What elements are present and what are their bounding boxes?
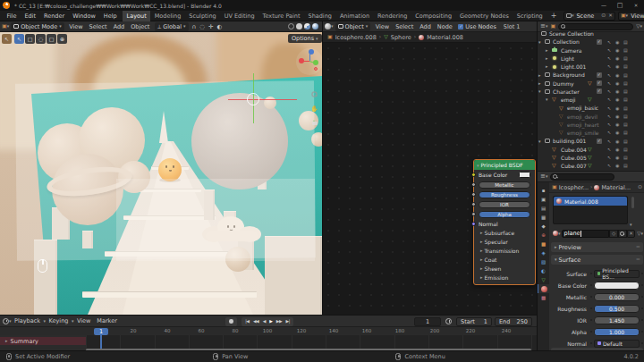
selectable-icon[interactable] — [607, 72, 611, 79]
selectable-icon[interactable] — [607, 139, 611, 145]
move-view-hand-icon[interactable]: ✋ — [310, 105, 318, 114]
hide-viewport-icon[interactable] — [615, 63, 619, 70]
node-input-normal[interactable]: Normal — [474, 219, 535, 228]
disable-render-icon[interactable] — [623, 147, 628, 153]
tab-particles[interactable]: ▨ — [538, 257, 549, 266]
prev-keyframe-button[interactable]: ◀◀ — [251, 319, 261, 324]
next-keyframe-button[interactable]: ▶▶ — [275, 319, 284, 324]
node-input-ior[interactable]: IOR — [474, 199, 535, 209]
jump-to-end-button[interactable]: ▶| — [284, 319, 292, 324]
menu-file[interactable]: File — [3, 13, 21, 20]
tab-scene[interactable]: ◆ — [538, 222, 549, 231]
outliner-row-camera[interactable]: Camera — [538, 46, 644, 55]
metallic-value-slider[interactable]: 0.000 — [594, 293, 640, 301]
select-circle-tool[interactable]: ◌ — [36, 34, 46, 44]
pin-icon[interactable] — [601, 13, 606, 19]
tab-output[interactable]: ▤ — [538, 204, 549, 213]
use-nodes-checkbox[interactable] — [458, 24, 463, 29]
active-tool-select-button[interactable]: ↖ — [2, 34, 12, 44]
node-panel-coat[interactable]: Coat — [474, 255, 535, 264]
node-input-base-color[interactable]: Base Color — [474, 170, 535, 180]
selectable-icon[interactable] — [607, 155, 611, 161]
outliner-row-emoji[interactable]: emoji — [538, 96, 644, 104]
disable-render-icon[interactable] — [623, 55, 628, 62]
expand-icon[interactable] — [546, 97, 548, 103]
workspace-tab-animation[interactable]: Animation — [335, 11, 373, 21]
roughness-slider[interactable]: Roughness — [479, 191, 530, 198]
disable-render-icon[interactable] — [623, 155, 628, 161]
outliner-row-cube-004[interactable]: Cube.004 — [538, 146, 644, 154]
gizmo-toggle-icon[interactable]: ✛ — [207, 23, 215, 30]
transform-orientation-dropdown[interactable]: ⟂ Global — [155, 22, 189, 31]
shader-menu-add[interactable]: Add — [417, 23, 435, 30]
node-input-alpha[interactable]: Alpha — [474, 209, 535, 219]
tab-material[interactable] — [538, 284, 549, 293]
selectable-icon[interactable] — [607, 130, 611, 136]
viewport-menu-select[interactable]: Select — [86, 23, 110, 30]
preview-panel-header[interactable]: Preview — [551, 242, 643, 252]
collection-checkbox[interactable] — [597, 139, 602, 144]
disable-render-icon[interactable] — [623, 63, 628, 70]
maximize-button[interactable] — [612, 0, 628, 11]
normal-value-button[interactable]: Default — [594, 340, 640, 348]
use-preview-range-icon[interactable] — [445, 318, 452, 324]
hide-viewport-icon[interactable] — [615, 147, 619, 153]
overlays-toggle-icon[interactable]: ◐ — [215, 23, 224, 30]
node-input-roughness[interactable]: Roughness — [474, 189, 535, 199]
base-color-swatch[interactable] — [594, 282, 640, 290]
outliner-row-light[interactable]: Light — [538, 55, 644, 63]
menu-help[interactable]: Help — [99, 13, 121, 20]
viewport-menu-add[interactable]: Add — [110, 23, 128, 30]
socket-ior[interactable] — [471, 202, 476, 206]
jump-to-start-button[interactable]: |◀ — [243, 319, 251, 324]
unlink-scene-icon[interactable] — [608, 13, 613, 19]
outliner-row-cube-005[interactable]: Cube.005 — [538, 154, 644, 162]
tab-tool[interactable]: ▪ — [538, 186, 549, 195]
outliner-row-dummy[interactable]: Dummy — [538, 80, 644, 88]
shading-material-icon[interactable] — [304, 23, 310, 29]
auto-keying-button[interactable] — [225, 317, 237, 326]
expand-icon[interactable] — [546, 55, 548, 62]
timeline-menu-marker[interactable]: Marker — [94, 317, 120, 324]
timeline-menu-playback[interactable]: Playback — [12, 317, 44, 324]
alpha-slider[interactable]: Alpha — [479, 211, 530, 218]
workspace-tab-scripting[interactable]: Scripting — [513, 11, 547, 21]
disable-render-icon[interactable] — [623, 130, 628, 136]
surface-panel-header[interactable]: Surface — [551, 255, 643, 265]
outliner-row-emoji-smile[interactable]: emoji_smile — [538, 129, 644, 137]
disable-render-icon[interactable] — [623, 163, 628, 169]
navigation-gizmo[interactable] — [296, 48, 322, 75]
node-panel-transmission[interactable]: Transmission — [474, 246, 535, 255]
collection-checkbox[interactable] — [597, 72, 602, 78]
outliner-row-building-001[interactable]: building.001 — [538, 137, 644, 145]
outliner-row-emoji-devil[interactable]: emoji_devil — [538, 113, 644, 121]
selectable-icon[interactable] — [607, 122, 611, 128]
expand-icon[interactable] — [546, 63, 548, 70]
slot-selector[interactable]: Slot 1 — [504, 23, 521, 30]
play-reverse-button[interactable]: ◀ — [260, 319, 267, 324]
disable-render-icon[interactable] — [623, 80, 628, 87]
alpha-value-slider[interactable]: 1.000 — [594, 328, 640, 336]
menu-edit[interactable]: Edit — [21, 13, 40, 20]
tab-view-layer[interactable]: ▦ — [538, 213, 549, 222]
selectable-icon[interactable] — [607, 80, 611, 87]
snap-magnet-icon[interactable]: ∩ — [191, 23, 199, 30]
disable-render-icon[interactable] — [623, 97, 628, 103]
socket-alpha[interactable] — [471, 212, 476, 216]
socket-normal[interactable] — [471, 222, 476, 226]
workspace-tab-texture-paint[interactable]: Texture Paint — [258, 11, 304, 21]
hide-viewport-icon[interactable] — [615, 105, 619, 112]
disable-render-icon[interactable] — [623, 122, 628, 128]
selectable-icon[interactable] — [607, 55, 611, 62]
collection-checkbox[interactable] — [597, 80, 602, 86]
selectable-icon[interactable] — [607, 63, 611, 70]
shader-canvas[interactable]: Principled BSDF Base Color Metallic Roug… — [323, 43, 538, 315]
tab-physics[interactable]: ◐ — [538, 266, 549, 275]
current-frame-field[interactable]: 1 — [414, 317, 441, 326]
selectable-icon[interactable] — [607, 97, 611, 103]
metallic-slider[interactable]: Metallic — [479, 181, 530, 189]
outliner-row-collection[interactable]: Collection — [538, 38, 644, 46]
play-button[interactable]: ▶ — [267, 319, 275, 324]
hide-viewport-icon[interactable] — [615, 39, 619, 46]
disable-render-icon[interactable] — [623, 39, 628, 46]
